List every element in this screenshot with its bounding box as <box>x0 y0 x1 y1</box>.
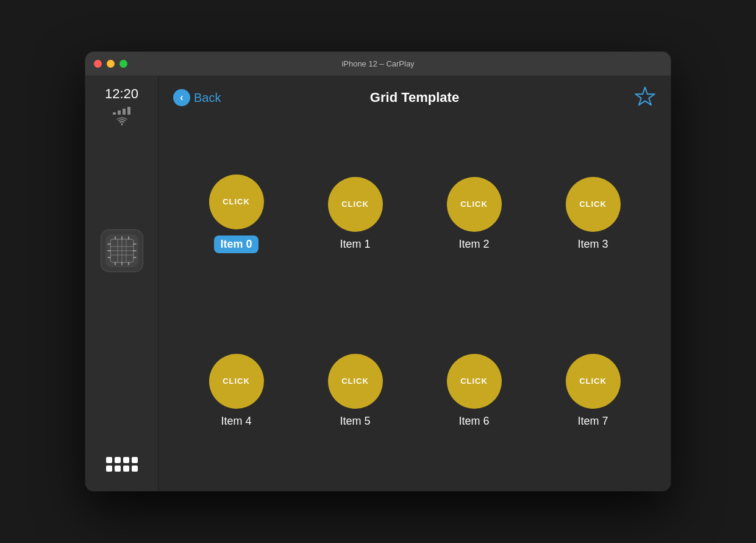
svg-point-0 <box>121 124 123 126</box>
close-button[interactable] <box>94 60 102 68</box>
app-icon[interactable] <box>101 229 143 272</box>
grid-dot <box>123 457 129 463</box>
wifi-icon <box>116 117 128 128</box>
click-circle-6[interactable]: CLICK <box>447 354 502 409</box>
grid-item-3[interactable]: CLICKItem 3 <box>540 131 646 296</box>
item-label-2: Item 2 <box>458 238 489 251</box>
item-label-0: Item 0 <box>214 236 258 253</box>
grid-item-7[interactable]: CLICKItem 7 <box>540 308 646 473</box>
grid-dot <box>123 466 129 472</box>
grid-item-5[interactable]: CLICKItem 5 <box>302 308 408 473</box>
signal-dot-2 <box>118 110 121 115</box>
back-chevron-icon: ‹ <box>173 89 190 106</box>
grid-dot <box>132 457 138 463</box>
mac-window: iPhone 12 – CarPlay 12:20 <box>85 52 671 491</box>
nav-header: ‹ Back Grid Template <box>159 76 671 119</box>
maximize-button[interactable] <box>119 60 127 68</box>
click-circle-1[interactable]: CLICK <box>328 177 383 232</box>
grid-dot <box>115 457 121 463</box>
click-circle-4[interactable]: CLICK <box>209 354 264 409</box>
back-label: Back <box>194 91 221 105</box>
grid-item-6[interactable]: CLICKItem 6 <box>421 308 527 473</box>
item-label-1: Item 1 <box>340 238 370 251</box>
signal-dot-1 <box>113 112 116 115</box>
sidebar: 12:20 <box>85 76 159 491</box>
sidebar-time: 12:20 <box>105 86 138 102</box>
click-circle-2[interactable]: CLICK <box>447 177 502 232</box>
back-button[interactable]: ‹ Back <box>173 89 221 106</box>
item-label-7: Item 7 <box>577 415 608 428</box>
item-label-4: Item 4 <box>221 415 251 428</box>
click-circle-5[interactable]: CLICK <box>328 354 383 409</box>
minimize-button[interactable] <box>107 60 115 68</box>
grid-item-0[interactable]: CLICKItem 0 <box>183 131 290 296</box>
click-circle-0[interactable]: CLICK <box>209 174 264 229</box>
sidebar-grid-button[interactable] <box>104 452 140 476</box>
grid-item-2[interactable]: CLICKItem 2 <box>421 131 527 296</box>
grid-dot <box>106 466 112 472</box>
window-controls <box>94 60 127 68</box>
grid-dot <box>115 466 121 472</box>
grid-item-1[interactable]: CLICKItem 1 <box>302 131 408 296</box>
signal-dot-4 <box>127 107 130 115</box>
titlebar: iPhone 12 – CarPlay <box>85 52 671 76</box>
window-body: 12:20 <box>85 76 671 491</box>
signal-dots <box>113 107 130 115</box>
grid-dot <box>106 457 112 463</box>
nav-title: Grid Template <box>370 90 459 106</box>
item-label-5: Item 5 <box>340 415 370 428</box>
grid-item-4[interactable]: CLICKItem 4 <box>183 308 290 473</box>
item-label-3: Item 3 <box>577 238 608 251</box>
item-label-6: Item 6 <box>458 415 489 428</box>
grid-dot <box>132 466 138 472</box>
signal-dot-3 <box>123 109 126 115</box>
window-title: iPhone 12 – CarPlay <box>341 59 414 68</box>
sidebar-status <box>113 107 130 128</box>
main-content: ‹ Back Grid Template CLICKItem 0CLICKIte… <box>159 76 671 491</box>
click-circle-3[interactable]: CLICK <box>566 177 621 232</box>
favorite-button[interactable] <box>634 86 656 110</box>
click-circle-7[interactable]: CLICK <box>566 354 621 409</box>
grid-container: CLICKItem 0CLICKItem 1CLICKItem 2CLICKIt… <box>159 119 671 491</box>
